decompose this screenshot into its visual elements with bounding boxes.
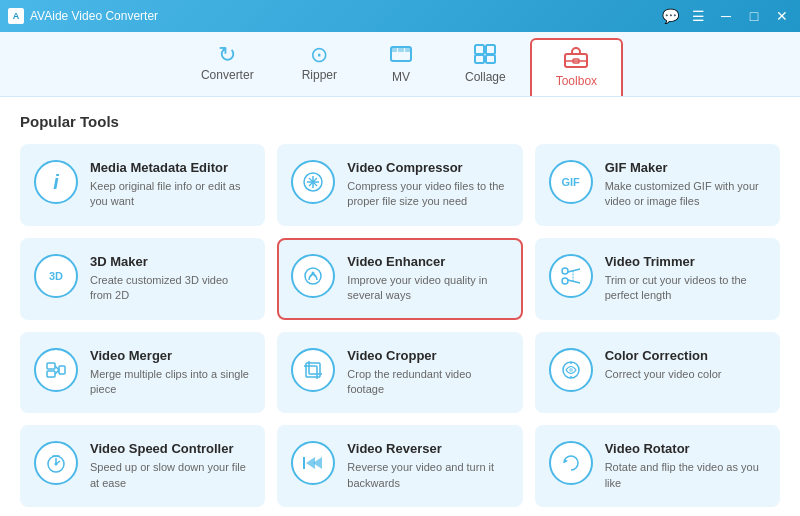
svg-rect-3 <box>405 47 411 52</box>
nav-item-mv[interactable]: MV <box>361 38 441 96</box>
nav-item-converter[interactable]: ↻ Converter <box>177 38 278 96</box>
tool-name-video-trimmer: Video Trimmer <box>605 254 764 269</box>
nav-item-toolbox[interactable]: Toolbox <box>530 38 623 96</box>
svg-rect-4 <box>475 45 484 54</box>
section-title: Popular Tools <box>20 113 780 130</box>
title-bar: A AVAide Video Converter 💬 ☰ ─ □ ✕ <box>0 0 800 32</box>
nav-bar: ↻ Converter ⊙ Ripper MV Collage <box>0 32 800 97</box>
tool-card-video-enhancer[interactable]: Video Enhancer Improve your video qualit… <box>277 238 522 320</box>
svg-point-35 <box>55 463 58 466</box>
tool-name-3d-maker: 3D Maker <box>90 254 249 269</box>
toolbox-icon <box>564 46 588 72</box>
app-logo: A <box>8 8 24 24</box>
gif-maker-icon: GIF <box>549 160 593 204</box>
tool-name-video-reverser: Video Reverser <box>347 441 506 456</box>
video-reverser-icon <box>291 441 335 485</box>
tool-name-video-rotator: Video Rotator <box>605 441 764 456</box>
title-bar-controls: 💬 ☰ ─ □ ✕ <box>660 6 792 26</box>
tool-name-video-enhancer: Video Enhancer <box>347 254 506 269</box>
svg-rect-1 <box>391 47 397 52</box>
svg-rect-5 <box>486 45 495 54</box>
tool-name-video-speed-controller: Video Speed Controller <box>90 441 249 456</box>
svg-rect-22 <box>47 371 55 377</box>
app-title: AVAide Video Converter <box>30 9 158 23</box>
tool-name-gif-maker: GIF Maker <box>605 160 764 175</box>
tool-name-video-compressor: Video Compressor <box>347 160 506 175</box>
tool-desc-video-enhancer: Improve your video quality in several wa… <box>347 273 506 304</box>
tool-desc-video-speed-controller: Speed up or slow down your file at ease <box>90 460 249 491</box>
tool-card-video-trimmer[interactable]: Video Trimmer Trim or cut your videos to… <box>535 238 780 320</box>
tool-desc-video-reverser: Reverse your video and turn it backwards <box>347 460 506 491</box>
chat-icon[interactable]: 💬 <box>660 6 680 26</box>
tool-name-media-metadata-editor: Media Metadata Editor <box>90 160 249 175</box>
tool-desc-video-trimmer: Trim or cut your videos to the perfect l… <box>605 273 764 304</box>
tool-desc-video-rotator: Rotate and flip the video as you like <box>605 460 764 491</box>
svg-point-17 <box>562 278 568 284</box>
color-correction-icon <box>549 348 593 392</box>
svg-point-31 <box>569 368 573 372</box>
video-trimmer-icon <box>549 254 593 298</box>
menu-icon[interactable]: ☰ <box>688 6 708 26</box>
tool-card-video-merger[interactable]: Video Merger Merge multiple clips into a… <box>20 332 265 414</box>
3d-maker-icon: 3D <box>34 254 78 298</box>
nav-label-ripper: Ripper <box>302 68 337 82</box>
nav-label-converter: Converter <box>201 68 254 82</box>
tool-desc-media-metadata-editor: Keep original file info or edit as you w… <box>90 179 249 210</box>
tool-name-color-correction: Color Correction <box>605 348 764 363</box>
maximize-button[interactable]: □ <box>744 6 764 26</box>
video-merger-icon <box>34 348 78 392</box>
nav-label-collage: Collage <box>465 70 506 84</box>
svg-rect-6 <box>475 55 484 63</box>
svg-rect-24 <box>306 363 320 377</box>
svg-point-16 <box>562 268 568 274</box>
video-cropper-icon <box>291 348 335 392</box>
svg-rect-7 <box>486 55 495 63</box>
svg-marker-39 <box>564 459 568 463</box>
svg-line-18 <box>568 269 580 272</box>
title-bar-left: A AVAide Video Converter <box>8 8 158 24</box>
tool-card-video-cropper[interactable]: Video Cropper Crop the redundant video f… <box>277 332 522 414</box>
tool-desc-video-compressor: Compress your video files to the proper … <box>347 179 506 210</box>
tool-desc-gif-maker: Make customized GIF with your video or i… <box>605 179 764 210</box>
svg-rect-2 <box>398 47 404 52</box>
main-content: Popular Tools i Media Metadata Editor Ke… <box>0 97 800 516</box>
tool-desc-video-cropper: Crop the redundant video footage <box>347 367 506 398</box>
collage-icon <box>474 44 496 68</box>
media-metadata-editor-icon: i <box>34 160 78 204</box>
svg-rect-21 <box>47 363 55 369</box>
tool-card-gif-maker[interactable]: GIF GIF Maker Make customized GIF with y… <box>535 144 780 226</box>
tool-card-video-reverser[interactable]: Video Reverser Reverse your video and tu… <box>277 425 522 507</box>
converter-icon: ↻ <box>218 44 236 66</box>
tools-grid: i Media Metadata Editor Keep original fi… <box>20 144 780 507</box>
tool-desc-color-correction: Correct your video color <box>605 367 764 382</box>
video-compressor-icon <box>291 160 335 204</box>
close-button[interactable]: ✕ <box>772 6 792 26</box>
minimize-button[interactable]: ─ <box>716 6 736 26</box>
tool-name-video-cropper: Video Cropper <box>347 348 506 363</box>
ripper-icon: ⊙ <box>310 44 328 66</box>
svg-point-14 <box>305 268 321 284</box>
nav-item-collage[interactable]: Collage <box>441 38 530 96</box>
svg-rect-25 <box>309 366 317 374</box>
tool-desc-3d-maker: Create customized 3D video from 2D <box>90 273 249 304</box>
nav-label-toolbox: Toolbox <box>556 74 597 88</box>
video-enhancer-icon <box>291 254 335 298</box>
video-rotator-icon <box>549 441 593 485</box>
tool-desc-video-merger: Merge multiple clips into a single piece <box>90 367 249 398</box>
tool-card-media-metadata-editor[interactable]: i Media Metadata Editor Keep original fi… <box>20 144 265 226</box>
nav-item-ripper[interactable]: ⊙ Ripper <box>278 38 361 96</box>
tool-card-video-compressor[interactable]: Video Compressor Compress your video fil… <box>277 144 522 226</box>
tool-card-video-speed-controller[interactable]: Video Speed Controller Speed up or slow … <box>20 425 265 507</box>
tool-card-color-correction[interactable]: Color Correction Correct your video colo… <box>535 332 780 414</box>
svg-line-19 <box>568 280 580 283</box>
tool-card-3d-maker[interactable]: 3D 3D Maker Create customized 3D video f… <box>20 238 265 320</box>
video-speed-controller-icon <box>34 441 78 485</box>
tool-name-video-merger: Video Merger <box>90 348 249 363</box>
mv-icon <box>390 44 412 68</box>
nav-label-mv: MV <box>392 70 410 84</box>
tool-card-video-rotator[interactable]: Video Rotator Rotate and flip the video … <box>535 425 780 507</box>
